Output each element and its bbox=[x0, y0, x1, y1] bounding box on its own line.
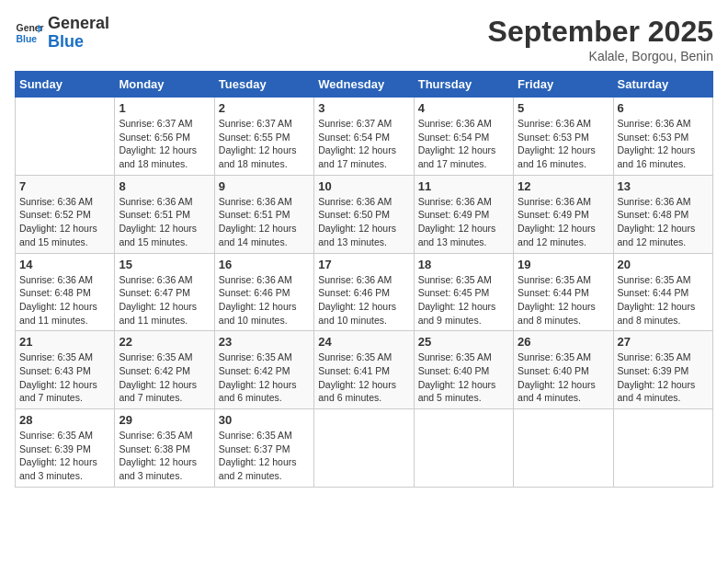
calendar-cell: 4Sunrise: 6:36 AM Sunset: 6:54 PM Daylig… bbox=[414, 98, 513, 176]
day-number: 8 bbox=[119, 179, 210, 193]
day-info: Sunrise: 6:35 AM Sunset: 6:42 PM Dayligh… bbox=[119, 350, 210, 405]
day-number: 11 bbox=[418, 179, 509, 193]
day-info: Sunrise: 6:36 AM Sunset: 6:53 PM Dayligh… bbox=[518, 117, 609, 171]
day-number: 17 bbox=[318, 258, 409, 271]
day-number: 22 bbox=[119, 335, 210, 349]
calendar-cell: 25Sunrise: 6:35 AM Sunset: 6:40 PM Dayli… bbox=[414, 331, 513, 409]
day-info: Sunrise: 6:35 AM Sunset: 6:37 PM Dayligh… bbox=[219, 429, 310, 483]
day-number: 3 bbox=[318, 101, 409, 115]
calendar-cell bbox=[314, 409, 414, 488]
calendar-cell: 18Sunrise: 6:35 AM Sunset: 6:45 PM Dayli… bbox=[414, 253, 513, 331]
logo: General Blue General Blue bbox=[15, 15, 109, 52]
day-info: Sunrise: 6:36 AM Sunset: 6:47 PM Dayligh… bbox=[119, 273, 210, 327]
day-info: Sunrise: 6:35 AM Sunset: 6:40 PM Dayligh… bbox=[518, 350, 609, 405]
calendar-cell: 21Sunrise: 6:35 AM Sunset: 6:43 PM Dayli… bbox=[16, 331, 115, 409]
calendar-cell: 14Sunrise: 6:36 AM Sunset: 6:48 PM Dayli… bbox=[16, 253, 115, 331]
day-number: 9 bbox=[219, 179, 310, 193]
calendar-cell: 1Sunrise: 6:37 AM Sunset: 6:56 PM Daylig… bbox=[115, 98, 214, 176]
day-number: 19 bbox=[518, 258, 609, 271]
day-number: 1 bbox=[119, 101, 210, 115]
calendar-cell: 27Sunrise: 6:35 AM Sunset: 6:39 PM Dayli… bbox=[613, 331, 712, 409]
day-info: Sunrise: 6:35 AM Sunset: 6:43 PM Dayligh… bbox=[19, 350, 110, 405]
calendar-header: SundayMondayTuesdayWednesdayThursdayFrid… bbox=[16, 72, 713, 98]
calendar-table: SundayMondayTuesdayWednesdayThursdayFrid… bbox=[15, 71, 713, 488]
day-info: Sunrise: 6:36 AM Sunset: 6:48 PM Dayligh… bbox=[618, 195, 709, 249]
day-number: 24 bbox=[318, 335, 409, 349]
calendar-cell: 8Sunrise: 6:36 AM Sunset: 6:51 PM Daylig… bbox=[115, 175, 214, 253]
day-info: Sunrise: 6:35 AM Sunset: 6:41 PM Dayligh… bbox=[318, 350, 409, 405]
day-number: 25 bbox=[418, 335, 509, 349]
day-info: Sunrise: 6:35 AM Sunset: 6:38 PM Dayligh… bbox=[119, 429, 210, 483]
day-info: Sunrise: 6:36 AM Sunset: 6:49 PM Dayligh… bbox=[418, 195, 509, 249]
day-number: 7 bbox=[19, 179, 110, 193]
calendar-cell: 5Sunrise: 6:36 AM Sunset: 6:53 PM Daylig… bbox=[514, 98, 613, 176]
day-info: Sunrise: 6:36 AM Sunset: 6:46 PM Dayligh… bbox=[318, 273, 409, 327]
day-info: Sunrise: 6:36 AM Sunset: 6:48 PM Dayligh… bbox=[19, 273, 110, 327]
day-info: Sunrise: 6:37 AM Sunset: 6:56 PM Dayligh… bbox=[119, 117, 210, 171]
day-number: 12 bbox=[518, 179, 609, 193]
day-number: 6 bbox=[618, 101, 709, 115]
title-block: September 2025 Kalale, Borgou, Benin bbox=[488, 15, 713, 63]
calendar-cell bbox=[16, 98, 115, 176]
page-header: General Blue General Blue September 2025… bbox=[15, 15, 713, 63]
calendar-cell bbox=[514, 409, 613, 488]
calendar-cell: 11Sunrise: 6:36 AM Sunset: 6:49 PM Dayli… bbox=[414, 175, 513, 253]
day-number: 10 bbox=[318, 179, 409, 193]
day-number: 23 bbox=[219, 335, 310, 349]
day-number: 4 bbox=[418, 101, 509, 115]
col-header-sunday: Sunday bbox=[16, 72, 115, 98]
day-info: Sunrise: 6:35 AM Sunset: 6:40 PM Dayligh… bbox=[418, 350, 509, 405]
col-header-thursday: Thursday bbox=[414, 72, 513, 98]
day-info: Sunrise: 6:36 AM Sunset: 6:54 PM Dayligh… bbox=[418, 117, 509, 171]
col-header-saturday: Saturday bbox=[613, 72, 712, 98]
location: Kalale, Borgou, Benin bbox=[488, 49, 713, 63]
day-info: Sunrise: 6:35 AM Sunset: 6:44 PM Dayligh… bbox=[618, 273, 709, 327]
calendar-cell: 26Sunrise: 6:35 AM Sunset: 6:40 PM Dayli… bbox=[514, 331, 613, 409]
day-number: 14 bbox=[19, 258, 110, 271]
calendar-cell: 13Sunrise: 6:36 AM Sunset: 6:48 PM Dayli… bbox=[613, 175, 712, 253]
calendar-cell: 17Sunrise: 6:36 AM Sunset: 6:46 PM Dayli… bbox=[314, 253, 414, 331]
day-number: 30 bbox=[219, 413, 310, 427]
calendar-cell: 10Sunrise: 6:36 AM Sunset: 6:50 PM Dayli… bbox=[314, 175, 414, 253]
day-number: 2 bbox=[219, 101, 310, 115]
day-info: Sunrise: 6:36 AM Sunset: 6:49 PM Dayligh… bbox=[518, 195, 609, 249]
day-info: Sunrise: 6:36 AM Sunset: 6:52 PM Dayligh… bbox=[19, 195, 110, 249]
calendar-cell: 3Sunrise: 6:37 AM Sunset: 6:54 PM Daylig… bbox=[314, 98, 414, 176]
day-info: Sunrise: 6:37 AM Sunset: 6:55 PM Dayligh… bbox=[219, 117, 310, 171]
calendar-cell: 6Sunrise: 6:36 AM Sunset: 6:53 PM Daylig… bbox=[613, 98, 712, 176]
day-number: 16 bbox=[219, 258, 310, 271]
day-number: 26 bbox=[518, 335, 609, 349]
day-number: 18 bbox=[418, 258, 509, 271]
day-info: Sunrise: 6:36 AM Sunset: 6:51 PM Dayligh… bbox=[219, 195, 310, 249]
day-number: 29 bbox=[119, 413, 210, 427]
calendar-cell: 22Sunrise: 6:35 AM Sunset: 6:42 PM Dayli… bbox=[115, 331, 214, 409]
day-info: Sunrise: 6:35 AM Sunset: 6:39 PM Dayligh… bbox=[19, 429, 110, 483]
day-info: Sunrise: 6:37 AM Sunset: 6:54 PM Dayligh… bbox=[318, 117, 409, 171]
calendar-cell: 29Sunrise: 6:35 AM Sunset: 6:38 PM Dayli… bbox=[115, 409, 214, 488]
calendar-week-2: 7Sunrise: 6:36 AM Sunset: 6:52 PM Daylig… bbox=[16, 175, 713, 253]
day-info: Sunrise: 6:36 AM Sunset: 6:50 PM Dayligh… bbox=[318, 195, 409, 249]
day-number: 21 bbox=[19, 335, 110, 349]
calendar-cell: 28Sunrise: 6:35 AM Sunset: 6:39 PM Dayli… bbox=[16, 409, 115, 488]
calendar-cell: 23Sunrise: 6:35 AM Sunset: 6:42 PM Dayli… bbox=[214, 331, 313, 409]
calendar-cell: 24Sunrise: 6:35 AM Sunset: 6:41 PM Dayli… bbox=[314, 331, 414, 409]
day-info: Sunrise: 6:36 AM Sunset: 6:53 PM Dayligh… bbox=[618, 117, 709, 171]
calendar-cell: 30Sunrise: 6:35 AM Sunset: 6:37 PM Dayli… bbox=[214, 409, 313, 488]
col-header-monday: Monday bbox=[115, 72, 214, 98]
calendar-cell bbox=[414, 409, 513, 488]
month-title: September 2025 bbox=[488, 15, 713, 49]
calendar-cell: 19Sunrise: 6:35 AM Sunset: 6:44 PM Dayli… bbox=[514, 253, 613, 331]
calendar-week-5: 28Sunrise: 6:35 AM Sunset: 6:39 PM Dayli… bbox=[16, 409, 713, 488]
calendar-week-4: 21Sunrise: 6:35 AM Sunset: 6:43 PM Dayli… bbox=[16, 331, 713, 409]
calendar-cell: 12Sunrise: 6:36 AM Sunset: 6:49 PM Dayli… bbox=[514, 175, 613, 253]
day-number: 13 bbox=[618, 179, 709, 193]
calendar-cell: 20Sunrise: 6:35 AM Sunset: 6:44 PM Dayli… bbox=[613, 253, 712, 331]
calendar-cell: 15Sunrise: 6:36 AM Sunset: 6:47 PM Dayli… bbox=[115, 253, 214, 331]
day-number: 20 bbox=[618, 258, 709, 271]
day-info: Sunrise: 6:36 AM Sunset: 6:46 PM Dayligh… bbox=[219, 273, 310, 327]
day-number: 5 bbox=[518, 101, 609, 115]
day-info: Sunrise: 6:35 AM Sunset: 6:39 PM Dayligh… bbox=[618, 350, 709, 405]
day-number: 28 bbox=[19, 413, 110, 427]
logo-icon: General Blue bbox=[15, 18, 44, 48]
col-header-wednesday: Wednesday bbox=[314, 72, 414, 98]
